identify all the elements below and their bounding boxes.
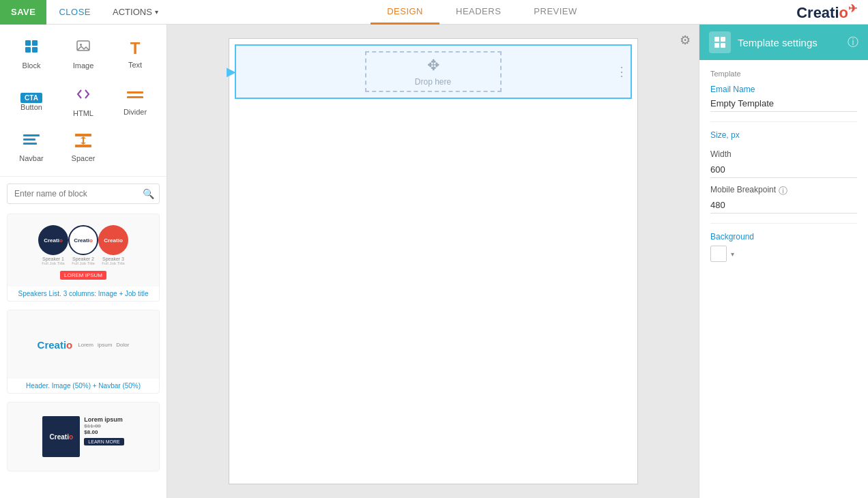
text-icon: T (130, 39, 141, 58)
template-preview-speakers: Creatio Speaker 1 Full Job Title Creatio… (8, 214, 159, 287)
speaker-avatar-1: Creatio (38, 225, 68, 255)
block-item-html[interactable]: HTML (59, 79, 108, 124)
product-info: Lorem ipsum $11.00 $8.00 LEARN MORE (84, 416, 124, 457)
block-item-text[interactable]: T Text (111, 31, 160, 76)
email-name-field-group: Email Name Empty Template (710, 85, 857, 112)
divider-label: Divider (124, 108, 147, 116)
svg-rect-14 (714, 37, 719, 42)
block-item-block[interactable]: Block (7, 31, 56, 76)
svg-rect-8 (23, 134, 40, 136)
canvas-content: ▶ ✥ Drop here ⋮ (167, 25, 699, 498)
logo-text: Creatio✈ (796, 2, 857, 22)
canvas-selected-block[interactable]: ▶ ✥ Drop here ⋮ (235, 44, 632, 99)
mobile-breakpoint-label: Mobile Breakpoint (710, 185, 776, 194)
speaker-name-3: Speaker 3 (102, 257, 124, 261)
speaker-item-1: Creatio Speaker 1 Full Job Title (38, 225, 68, 265)
toolbar: SAVE CLOSE ACTIONS ▾ DESIGN HEADERS PREV… (0, 0, 868, 25)
nav-item-1: Lorem (78, 342, 93, 348)
canvas-drag-handle[interactable]: ⋮ (616, 64, 628, 79)
close-button[interactable]: CLOSE (46, 0, 103, 25)
svg-rect-12 (75, 145, 91, 147)
canvas-drop-zone[interactable]: ✥ Drop here (365, 51, 502, 92)
block-item-button[interactable]: CTA Button (7, 79, 56, 124)
template-card-header-label: Header. Image (50%) + Navbar (50%) (8, 379, 159, 393)
info-icon[interactable]: ⓘ (848, 35, 858, 50)
tab-design[interactable]: DESIGN (371, 0, 439, 25)
svg-point-5 (80, 44, 82, 46)
speaker-avatar-3: Creatio (98, 225, 128, 255)
save-button[interactable]: SAVE (0, 0, 46, 25)
section-divider-2 (710, 223, 857, 224)
actions-button[interactable]: ACTIONS ▾ (103, 0, 168, 25)
product-btn: LEARN MORE (84, 438, 124, 445)
speaker-subtitle-1: Full Job Title (42, 261, 65, 265)
template-card-product[interactable]: Creatio Lorem ipsum $11.00 $8.00 LEARN M… (7, 402, 160, 471)
svg-rect-16 (714, 43, 719, 48)
speaker-name-2: Speaker 2 (72, 257, 94, 261)
lorem-badge: LOREM IPSUM (60, 271, 106, 280)
svg-rect-17 (721, 43, 725, 48)
left-panel: Block Image T Text CTA Button (0, 25, 167, 498)
mobile-breakpoint-input[interactable] (710, 197, 857, 214)
product-image: Creatio (42, 416, 80, 457)
email-name-label: Email Name (710, 85, 857, 94)
html-icon (75, 86, 91, 106)
speaker-subtitle-3: Full Job Title (102, 261, 125, 265)
size-section-label: Size, px (710, 130, 857, 140)
speaker-item-2: Creatio Speaker 2 Full Job Title (68, 225, 98, 265)
image-icon (75, 38, 91, 59)
search-icon: 🔍 (143, 188, 154, 199)
width-label: Width (710, 149, 857, 159)
right-panel: Template settings ⓘ Template Email Name … (699, 25, 868, 498)
svg-rect-0 (25, 40, 31, 46)
template-section-label: Template (710, 70, 857, 78)
search-box: 🔍 (7, 184, 160, 204)
header-logo-text: Creatio (38, 339, 73, 351)
button-icon: CTA (20, 93, 42, 103)
nav-item-3: Dolor (116, 342, 129, 348)
block-item-divider[interactable]: Divider (111, 79, 160, 124)
block-item-spacer[interactable]: Spacer (59, 127, 108, 169)
background-color-row: ▾ (710, 246, 857, 262)
width-input[interactable] (710, 162, 857, 178)
background-color-swatch[interactable] (710, 246, 727, 262)
svg-rect-6 (127, 91, 143, 93)
search-input[interactable] (7, 184, 160, 204)
template-card-header[interactable]: Creatio Lorem ipsum Dolor Header. Image … (7, 310, 160, 394)
header-preview-content: Creatio Lorem ipsum Dolor (31, 334, 136, 356)
template-settings-icon (709, 31, 731, 53)
text-label: Text (128, 61, 142, 69)
background-field-group: Background ▾ (710, 232, 857, 262)
product-title: Lorem ipsum (84, 416, 124, 423)
svg-rect-11 (75, 134, 91, 136)
actions-label: ACTIONS (113, 7, 152, 17)
template-preview-header: Creatio Lorem ipsum Dolor (8, 310, 159, 379)
template-card-speakers[interactable]: Creatio Speaker 1 Full Job Title Creatio… (7, 214, 160, 302)
canvas-arrow-icon: ▶ (227, 64, 236, 79)
navbar-icon (23, 134, 40, 151)
move-cursor-icon: ✥ (427, 57, 439, 74)
spacer-label: Spacer (72, 154, 96, 162)
email-canvas: ▶ ✥ Drop here ⋮ (229, 38, 638, 484)
svg-rect-1 (32, 40, 38, 46)
mobile-breakpoint-label-row: Mobile Breakpoint ⓘ (710, 185, 857, 197)
mobile-breakpoint-group: Mobile Breakpoint ⓘ (710, 185, 857, 214)
block-item-image[interactable]: Image (59, 31, 108, 76)
speaker-item-3: Creatio Speaker 3 Full Job Title (98, 225, 128, 265)
color-dropdown-arrow-icon[interactable]: ▾ (731, 250, 734, 258)
template-blocks-list: Creatio Speaker 1 Full Job Title Creatio… (0, 211, 167, 482)
tab-preview[interactable]: PREVIEW (517, 0, 593, 25)
image-label: Image (73, 61, 94, 70)
actions-chevron-icon: ▾ (155, 8, 158, 16)
block-item-navbar[interactable]: Navbar (7, 127, 56, 169)
settings-gear-icon[interactable]: ⚙ (680, 33, 691, 48)
product-preview-content: Creatio Lorem ipsum $11.00 $8.00 LEARN M… (38, 412, 128, 461)
tab-headers[interactable]: HEADERS (439, 0, 517, 25)
speaker-row: Creatio Speaker 1 Full Job Title Creatio… (38, 221, 128, 269)
email-name-value: Empty Template (710, 98, 857, 112)
template-card-speakers-label: Speakers List. 3 columns: Image + Job ti… (8, 287, 159, 301)
right-panel-body: Template Email Name Empty Template Size,… (699, 60, 868, 281)
mobile-breakpoint-info-icon[interactable]: ⓘ (779, 185, 787, 197)
block-icon (23, 38, 40, 59)
button-label: Button (20, 103, 42, 111)
